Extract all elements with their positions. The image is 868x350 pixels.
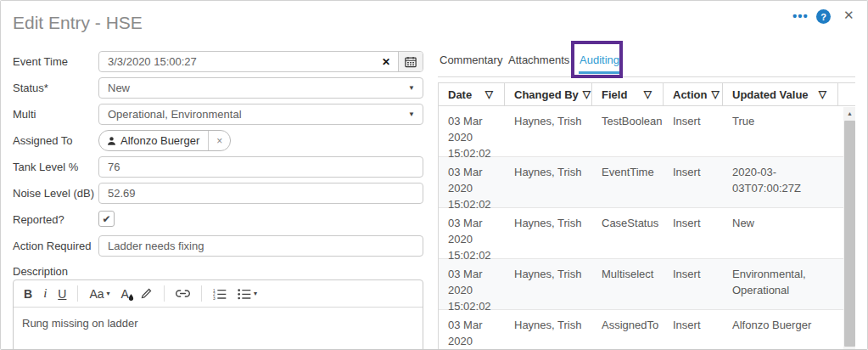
cell-changed-by: Haynes, Trish: [505, 310, 592, 349]
bold-button[interactable]: B: [24, 288, 32, 300]
cell-field: Multiselect: [592, 259, 664, 309]
editor-toolbar: B i U Aa ▾ A 123 ▾: [14, 280, 423, 308]
field-row-multi: Multi Operational, Environmental ▼: [13, 104, 423, 125]
field-row-tank-level: Tank Level % 76: [13, 156, 423, 178]
dialog-title: Edit Entry - HSE: [13, 13, 143, 33]
column-header[interactable]: Updated Value ▽: [723, 83, 838, 105]
description-textarea[interactable]: Rung missing on ladder: [14, 308, 423, 339]
multi-value: Operational, Environmental: [99, 108, 408, 121]
link-icon: [176, 288, 190, 299]
field-row-assigned-to: Assigned To Alfonzo Buerger ×: [13, 130, 423, 151]
multi-select[interactable]: Operational, Environmental ▼: [98, 104, 423, 125]
cell-updated-value: Alfonzo Buerger: [723, 310, 838, 349]
clear-date-icon[interactable]: ✕: [382, 56, 398, 68]
font-size-label: Aa: [89, 288, 104, 300]
action-required-label: Action Required: [13, 240, 92, 252]
tank-level-input[interactable]: 76: [98, 156, 423, 178]
cell-date: 03 Mar 2020 15:02:02: [439, 259, 505, 309]
cell-field: CaseStatus: [592, 208, 664, 258]
cell-field: TestBoolean: [592, 106, 664, 156]
status-label: Status*: [13, 82, 48, 94]
audit-row: 03 Mar 2020 15:02:02 Haynes, Trish TestB…: [439, 106, 855, 157]
cell-action: Insert: [664, 106, 723, 156]
check-icon: ✔: [102, 213, 110, 225]
cell-changed-by: Haynes, Trish: [505, 259, 592, 309]
ordered-list-icon: 123: [213, 288, 227, 300]
audit-row: 03 Mar 2020 15:02:02 Haynes, Trish Multi…: [439, 259, 855, 310]
cell-date: 03 Mar 2020 15:02:02: [439, 157, 505, 207]
link-button[interactable]: [176, 288, 190, 299]
cell-date: 03 Mar 2020 15:02:02: [439, 310, 505, 349]
edit-entry-dialog: Edit Entry - HSE ••• ? ✕ Event Time 3/3/…: [0, 0, 868, 350]
action-required-input[interactable]: Ladder needs fixing: [98, 235, 423, 257]
noise-level-input[interactable]: 52.69: [98, 183, 423, 204]
font-size-button[interactable]: Aa ▾: [89, 288, 109, 300]
grid-scrollbar[interactable]: ▲: [843, 107, 855, 349]
calendar-button[interactable]: [398, 52, 423, 71]
event-time-label: Event Time: [13, 55, 68, 68]
event-time-input[interactable]: 3/3/2020 15:00:27 ✕: [98, 51, 423, 72]
description-label: Description: [13, 265, 68, 278]
cell-changed-by: Haynes, Trish: [505, 106, 592, 156]
filter-icon[interactable]: ▽: [819, 88, 826, 100]
italic-button[interactable]: i: [43, 287, 47, 300]
filter-icon[interactable]: ▽: [583, 88, 591, 100]
scroll-up-icon[interactable]: ▲: [843, 107, 855, 119]
unordered-list-button[interactable]: ▾: [238, 288, 257, 300]
remove-assignee-icon[interactable]: ×: [208, 131, 230, 150]
underline-button[interactable]: U: [58, 288, 66, 300]
field-row-noise-level: Noise Level (dB) 52.69: [13, 183, 423, 204]
highlight-pen-button[interactable]: [140, 287, 153, 300]
assigned-to-value: Alfonzo Buerger: [120, 134, 199, 147]
cell-action: Insert: [664, 259, 723, 309]
font-color-button[interactable]: A: [121, 288, 129, 300]
filter-icon[interactable]: ▽: [485, 88, 493, 100]
reported-checkbox[interactable]: ✔: [98, 211, 115, 227]
more-options-icon[interactable]: •••: [792, 8, 809, 25]
multi-label: Multi: [13, 108, 36, 121]
droplet-icon: [128, 294, 134, 301]
event-time-value: 3/3/2020 15:00:27: [99, 55, 382, 68]
audit-row: 03 Mar 2020 15:02:02 Haynes, Trish Event…: [439, 157, 855, 208]
unordered-list-icon: [238, 288, 251, 300]
column-header-label: Action: [673, 88, 707, 101]
tank-level-value: 76: [99, 161, 423, 173]
status-value: New: [99, 82, 408, 94]
audit-row: 03 Mar 2020 15:02:02 Haynes, Trish Assig…: [439, 310, 855, 349]
chevron-down-icon: ▼: [408, 84, 423, 92]
toolbar-separator: [201, 285, 202, 302]
svg-text:3: 3: [213, 296, 216, 299]
action-required-value: Ladder needs fixing: [99, 240, 423, 252]
cell-field: EventTime: [592, 157, 664, 207]
ordered-list-button[interactable]: 123: [213, 288, 227, 300]
tab-commentary[interactable]: Commentary: [440, 54, 502, 66]
help-icon[interactable]: ?: [816, 9, 831, 24]
cell-updated-value: True: [723, 106, 838, 156]
person-icon: [107, 136, 116, 146]
column-header[interactable]: Changed By ▽: [505, 83, 592, 105]
status-select[interactable]: New ▼: [98, 77, 423, 99]
filter-icon[interactable]: ▽: [711, 88, 719, 100]
tab-auditing[interactable]: Auditing: [579, 54, 620, 74]
cell-action: Insert: [664, 157, 723, 207]
column-header[interactable]: Action ▽: [664, 83, 723, 105]
close-icon[interactable]: ✕: [843, 8, 854, 22]
assigned-to-tag[interactable]: Alfonzo Buerger ×: [98, 130, 231, 151]
column-header-label: Changed By: [514, 88, 579, 101]
toolbar-separator: [164, 285, 165, 302]
column-header-label: Date: [448, 88, 472, 101]
cell-updated-value: New: [723, 208, 838, 258]
pen-icon: [140, 287, 153, 300]
field-row-status: Status* New ▼: [13, 77, 423, 99]
cell-changed-by: Haynes, Trish: [505, 208, 592, 258]
tab-attachments[interactable]: Attachments: [508, 54, 569, 66]
column-header-label: Updated Value: [732, 88, 809, 101]
noise-level-label: Noise Level (dB): [13, 187, 94, 200]
assigned-to-label: Assigned To: [13, 134, 73, 147]
filter-icon[interactable]: ▽: [644, 88, 652, 100]
scrollbar-thumb[interactable]: [844, 121, 855, 347]
column-header[interactable]: Field ▽: [592, 83, 664, 105]
description-editor: B i U Aa ▾ A 123 ▾: [13, 279, 423, 350]
column-header[interactable]: Date ▽: [439, 83, 505, 105]
column-header-label: Field: [602, 88, 627, 101]
